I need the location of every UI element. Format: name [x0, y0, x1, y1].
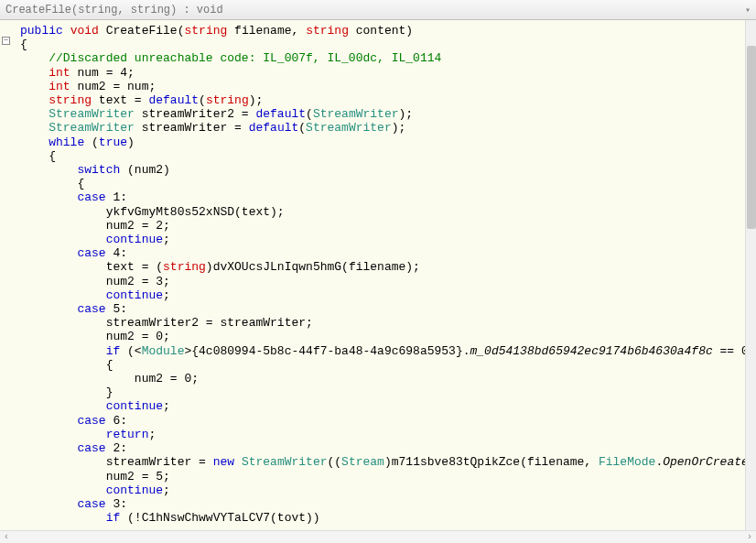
code-area[interactable]: public void CreateFile(string filename, …	[15, 20, 745, 530]
brace: {	[49, 149, 56, 163]
kw-case6: case	[77, 414, 105, 428]
case5-val: 5:	[106, 302, 127, 316]
kw-if2: if	[106, 511, 121, 525]
ctor-open: ((	[328, 455, 342, 469]
vertical-scrollbar[interactable]	[745, 20, 756, 530]
kw-case2: case	[77, 441, 105, 455]
while-paren: (	[84, 136, 99, 149]
kw-string3: string	[49, 93, 92, 107]
gutter: −	[0, 20, 15, 530]
kw-return: return	[106, 428, 149, 441]
kw-if: if	[106, 344, 121, 358]
kw-case4: case	[77, 246, 105, 260]
brace4: }	[106, 386, 113, 399]
param2: content)	[349, 24, 413, 38]
while-paren2: )	[127, 136, 135, 149]
call2: )dvXOUcsJLnIqwn5hmG(filename);	[206, 260, 420, 274]
kw-case1: case	[77, 190, 105, 204]
decl-num2: num2 = num;	[70, 80, 157, 93]
type-sw3: StreamWriter	[49, 121, 135, 135]
semi4: ;	[148, 428, 156, 441]
case2-val: 2:	[106, 441, 127, 455]
cast-string: string	[163, 260, 206, 274]
code-editor[interactable]: − public void CreateFile(string filename…	[0, 20, 756, 530]
switch-expr: (num2)	[120, 163, 170, 177]
type-stream: Stream	[341, 455, 384, 469]
kw-new: new	[213, 455, 234, 469]
type-sw4: StreamWriter	[306, 121, 392, 135]
param1: filename,	[227, 24, 306, 38]
breadcrumb-bar: CreateFile(string, string) : void ▾	[0, 0, 756, 20]
if-open: (<	[120, 344, 141, 358]
kw-continue3: continue	[106, 399, 163, 413]
kw-switch: switch	[77, 163, 120, 177]
type-sw2: StreamWriter	[313, 107, 399, 121]
semi5: ;	[163, 483, 170, 497]
kw-void: void	[70, 24, 99, 38]
if2-expr: (!C1hNswChwwVYTaLCV7(tovt))	[120, 511, 319, 525]
sp	[234, 455, 242, 469]
brace2: {	[77, 177, 84, 190]
case4-val: 4:	[106, 246, 127, 260]
module-type: Module	[142, 344, 185, 358]
guid: >{4c080994-5b8c-44f7-ba48-4a9c698a5953}.	[184, 344, 470, 358]
dropdown-icon[interactable]: ▾	[745, 5, 751, 16]
member-openorcreate: OpenOrCreate	[663, 455, 745, 469]
ctor-args: )m711sbve83tQpikZce(filename,	[384, 455, 599, 469]
kw-case3: case	[77, 497, 105, 511]
decl-sw2: streamWriter2 =	[135, 107, 256, 121]
method-name: CreateFile(	[106, 24, 185, 38]
paren5: (	[298, 121, 306, 135]
paren: (	[199, 93, 206, 107]
assign2: num2 = 3;	[106, 275, 170, 288]
case3-val: 3:	[106, 497, 127, 511]
comment: //Discarded unreachable code: IL_007f, I…	[49, 51, 441, 65]
case1-val: 1:	[106, 190, 127, 204]
kw-continue4: continue	[106, 483, 163, 497]
kw-string2: string	[306, 24, 349, 38]
kw-public: public	[20, 24, 63, 38]
breadcrumb-text[interactable]: CreateFile(string, string) : void	[5, 4, 223, 16]
assign1: num2 = 2;	[106, 219, 170, 233]
kw-default: default	[148, 93, 199, 107]
type-sw5: StreamWriter	[242, 455, 328, 469]
fold-toggle[interactable]: −	[2, 37, 10, 45]
member-field: m_0d54138bd65942ec9174b6b4630a4f8c	[470, 344, 713, 358]
semi3: ;	[163, 399, 170, 413]
vertical-scrollbar-thumb[interactable]	[747, 46, 756, 229]
kw-int: int	[49, 66, 70, 80]
sw-assign: streamWriter =	[106, 455, 213, 469]
brace-open: {	[20, 38, 27, 51]
decl-sw: streamWriter =	[135, 121, 249, 135]
kw-default2: default	[255, 107, 306, 121]
assign6: num2 = 5;	[106, 470, 170, 483]
semi2: ;	[163, 288, 170, 302]
call1: ykfvGmyMt80s52xNSD(text);	[106, 205, 285, 219]
paren3: (	[306, 107, 313, 121]
paren6: );	[392, 121, 406, 135]
kw-while: while	[49, 136, 84, 149]
decl-text: text =	[92, 93, 148, 107]
kw-string4: string	[206, 93, 249, 107]
kw-true: true	[99, 136, 127, 149]
kw-continue2: continue	[106, 288, 163, 302]
scroll-right-arrow[interactable]: ›	[743, 532, 756, 542]
assign-text: text = (	[106, 260, 163, 274]
semi1: ;	[163, 233, 170, 246]
assign4: num2 = 0;	[106, 330, 170, 343]
assign5: num2 = 0;	[135, 372, 199, 386]
brace3: {	[106, 358, 113, 372]
kw-string: string	[184, 24, 227, 38]
if-close: == 0)	[713, 344, 745, 358]
type-filemode: FileMode	[599, 455, 655, 469]
paren4: );	[399, 107, 414, 121]
type-sw: StreamWriter	[49, 107, 135, 121]
horizontal-scrollbar[interactable]: ‹ ›	[0, 530, 756, 543]
kw-default3: default	[249, 121, 299, 135]
kw-int2: int	[49, 80, 70, 93]
kw-continue1: continue	[106, 233, 163, 246]
decl-num: num = 4;	[70, 66, 135, 80]
scroll-left-arrow[interactable]: ‹	[0, 532, 13, 542]
case6-val: 6:	[106, 414, 127, 428]
paren2: );	[249, 93, 264, 107]
